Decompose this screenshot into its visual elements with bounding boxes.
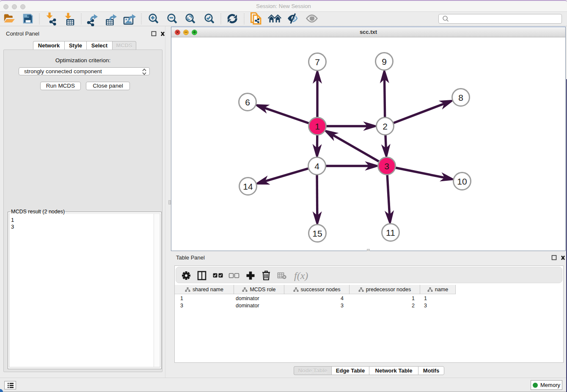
svg-text:2: 2 bbox=[383, 121, 388, 131]
svg-text:6: 6 bbox=[245, 97, 250, 107]
svg-text:3: 3 bbox=[384, 161, 389, 171]
svg-text:15: 15 bbox=[312, 229, 322, 238]
svg-text:14: 14 bbox=[243, 182, 253, 191]
svg-text:1: 1 bbox=[315, 121, 320, 131]
svg-text:7: 7 bbox=[315, 57, 320, 67]
svg-text:10: 10 bbox=[457, 177, 467, 186]
svg-text:9: 9 bbox=[382, 57, 387, 66]
svg-text:11: 11 bbox=[386, 228, 395, 237]
svg-text:4: 4 bbox=[314, 161, 319, 171]
svg-text:f(x): f(x) bbox=[294, 270, 308, 281]
svg-text:8: 8 bbox=[458, 93, 463, 102]
